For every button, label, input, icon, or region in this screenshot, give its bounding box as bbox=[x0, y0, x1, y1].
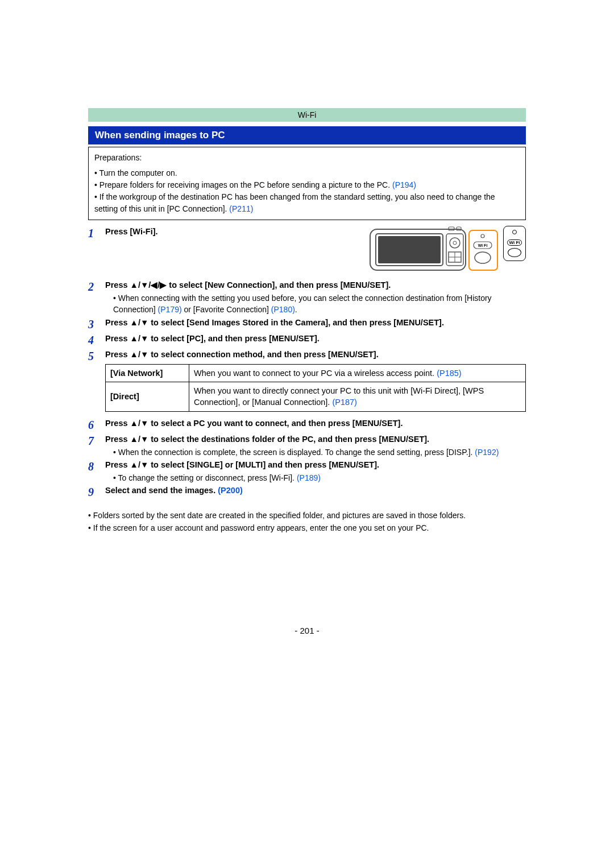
table-value: When you want to directly connect your P… bbox=[189, 382, 526, 411]
svg-point-12 bbox=[481, 234, 484, 238]
step-number: 7 bbox=[88, 433, 105, 448]
step-head: Press [Wi-Fi]. bbox=[105, 227, 158, 236]
note-text: • When the connection is complete, the s… bbox=[113, 448, 475, 457]
step-number: 3 bbox=[88, 317, 105, 332]
svg-point-5 bbox=[453, 241, 457, 245]
note-text: • To change the setting or disconnect, p… bbox=[113, 473, 297, 482]
note-item: • Folders sorted by the sent date are cr… bbox=[88, 510, 526, 522]
step: 8 Press ▲/▼ to select [SINGLE] or [MULTI… bbox=[88, 459, 526, 483]
chapter-header: Wi-Fi bbox=[88, 108, 526, 122]
wifi-badge: Wi Fi bbox=[503, 226, 526, 261]
cell-text: When you want to connect to your PC via … bbox=[194, 369, 437, 378]
page-ref-link[interactable]: (P192) bbox=[475, 448, 499, 457]
prep-item: • Prepare folders for receiving images o… bbox=[94, 179, 520, 191]
page-ref-link[interactable]: (P179) bbox=[158, 305, 182, 314]
page-ref-link[interactable]: (P200) bbox=[218, 486, 243, 495]
step-head: Press ▲/▼ to select a PC you want to con… bbox=[105, 419, 403, 428]
camera-illustration: Wi Fi Wi Fi bbox=[369, 226, 526, 274]
section-title: When sending images to PC bbox=[88, 126, 526, 144]
table-row: [Via Network] When you want to connect t… bbox=[106, 364, 526, 382]
page-ref-link[interactable]: (P180) bbox=[271, 305, 295, 314]
step-number: 9 bbox=[88, 485, 105, 499]
preparations-box: Preparations: • Turn the computer on. • … bbox=[88, 147, 526, 220]
prep-label: Preparations: bbox=[94, 152, 520, 164]
prep-item: • If the workgroup of the destination PC… bbox=[94, 191, 520, 215]
page: Wi-Fi When sending images to PC Preparat… bbox=[88, 108, 526, 635]
svg-point-4 bbox=[450, 238, 460, 248]
prep-item: • Turn the computer on. bbox=[94, 167, 520, 179]
svg-rect-2 bbox=[378, 236, 441, 263]
svg-point-15 bbox=[475, 252, 491, 263]
page-ref-link[interactable]: (P211) bbox=[229, 204, 253, 213]
indicator-dot-icon bbox=[512, 230, 517, 234]
wifi-label: Wi Fi bbox=[507, 239, 521, 246]
step-head: Press ▲/▼/◀/▶ to select [New Connection]… bbox=[105, 279, 526, 291]
step-number: 6 bbox=[88, 418, 105, 432]
step: 7 Press ▲/▼ to select the destinations f… bbox=[88, 433, 526, 458]
table-key: [Direct] bbox=[106, 382, 189, 411]
step-head: Press ▲/▼ to select [PC], and then press… bbox=[105, 334, 320, 343]
camera-icon: Wi Fi bbox=[369, 226, 500, 274]
footer-notes: • Folders sorted by the sent date are cr… bbox=[88, 510, 526, 534]
step-head: Press ▲/▼ to select [Send Images Stored … bbox=[105, 318, 444, 327]
step-note: • When the connection is complete, the s… bbox=[105, 447, 526, 458]
step-number: 5 bbox=[88, 349, 105, 363]
table-row: [Direct] When you want to directly conne… bbox=[106, 382, 526, 411]
step: 5 Press ▲/▼ to select connection method,… bbox=[88, 349, 526, 416]
step: 9 Select and send the images. (P200) bbox=[88, 485, 526, 499]
step-head: Press ▲/▼ to select [SINGLE] or [MULTI] … bbox=[105, 459, 526, 471]
step: 1 Press [Wi-Fi]. bbox=[88, 226, 363, 241]
prep-text: • If the workgroup of the destination PC… bbox=[94, 192, 495, 213]
step-number: 8 bbox=[88, 459, 105, 474]
page-number: - 201 - bbox=[88, 626, 526, 635]
connection-method-table: [Via Network] When you want to connect t… bbox=[105, 364, 526, 412]
page-ref-link[interactable]: (P185) bbox=[437, 369, 462, 378]
step-note: • To change the setting or disconnect, p… bbox=[105, 472, 526, 483]
note-text: or [Favorite Connection] bbox=[182, 305, 271, 314]
step: 4 Press ▲/▼ to select [PC], and then pre… bbox=[88, 333, 526, 348]
note-text: . bbox=[295, 305, 297, 314]
svg-text:Wi Fi: Wi Fi bbox=[478, 243, 488, 247]
step: 6 Press ▲/▼ to select a PC you want to c… bbox=[88, 418, 526, 432]
step: 3 Press ▲/▼ to select [Send Images Store… bbox=[88, 317, 526, 332]
step-1-row: 1 Press [Wi-Fi]. bbox=[88, 226, 526, 274]
step-number: 1 bbox=[88, 226, 105, 241]
prep-text: • Prepare folders for receiving images o… bbox=[94, 180, 392, 189]
step-number: 2 bbox=[88, 279, 105, 294]
step-note: • When connecting with the setting you u… bbox=[105, 292, 526, 316]
page-ref-link[interactable]: (P189) bbox=[297, 473, 321, 482]
step-head: Press ▲/▼ to select the destinations fol… bbox=[105, 433, 526, 445]
step-head: Press ▲/▼ to select connection method, a… bbox=[105, 350, 379, 359]
step-number: 4 bbox=[88, 333, 105, 348]
note-item: • If the screen for a user account and p… bbox=[88, 522, 526, 535]
svg-rect-11 bbox=[469, 230, 497, 270]
step-head: Select and send the images. (P200) bbox=[105, 485, 526, 497]
table-value: When you want to connect to your PC via … bbox=[189, 364, 526, 382]
table-key: [Via Network] bbox=[106, 364, 189, 382]
page-ref-link[interactable]: (P187) bbox=[332, 398, 357, 407]
step: 2 Press ▲/▼/◀/▶ to select [New Connectio… bbox=[88, 279, 526, 316]
page-ref-link[interactable]: (P194) bbox=[392, 180, 416, 189]
button-oval-icon bbox=[508, 248, 521, 257]
head-text: Select and send the images. bbox=[105, 486, 218, 495]
